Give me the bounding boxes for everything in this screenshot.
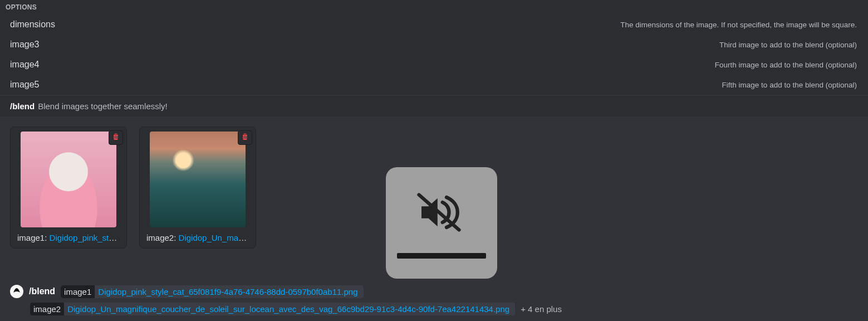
attachment-card-image1[interactable]: image1: Digidop_pink_style… (10, 127, 127, 249)
option-desc: Fourth image to add to the blend (option… (715, 61, 857, 69)
trash-icon (241, 132, 249, 143)
delete-attachment-button[interactable] (238, 130, 252, 145)
option-image3[interactable]: image3 Third image to add to the blend (… (0, 35, 868, 55)
attachment-thumbnail[interactable] (150, 132, 246, 227)
option-dimensions[interactable]: dimensions The dimensions of the image. … (0, 14, 868, 35)
option-desc: The dimensions of the image. If not spec… (620, 21, 857, 29)
attachment-label: image2: Digidop_Un_magni… (144, 233, 251, 242)
option-desc: Fifth image to add to the blend (optiona… (722, 81, 857, 89)
trash-icon (111, 132, 120, 143)
option-desc: Third image to add to the blend (optiona… (719, 41, 857, 49)
value-chip-image1: Digidop_pink_style_cat_65f081f9-4a76-474… (95, 285, 361, 298)
option-image4[interactable]: image4 Fourth image to add to the blend … (0, 55, 868, 75)
attachment-card-image2[interactable]: image2: Digidop_Un_magni… (139, 127, 256, 249)
command-header[interactable]: /blend Blend images together seamlessly! (0, 95, 868, 116)
input-command: /blend (29, 286, 55, 296)
delete-attachment-button[interactable] (109, 130, 123, 145)
param-chip-image2: image2 (30, 303, 64, 315)
options-header: OPTIONS (0, 0, 868, 14)
attachment-filename: Digidop_Un_magni… (179, 233, 251, 242)
volume-level-bar (397, 253, 486, 259)
speaker-muted-icon (411, 187, 472, 240)
message-input-bar[interactable]: /blend image1 Digidop_pink_style_cat_65f… (0, 285, 868, 315)
option-image5[interactable]: image5 Fifth image to add to the blend (… (0, 75, 868, 95)
value-chip-image2: Digidop_Un_magnifique_coucher_de_soleil_… (64, 303, 513, 315)
command-desc: Blend images together seamlessly! (38, 101, 168, 111)
bot-avatar (10, 285, 23, 298)
option-name: image5 (10, 80, 39, 90)
command-name: /blend (10, 101, 35, 111)
param-group-image1[interactable]: image1 Digidop_pink_style_cat_65f081f9-4… (61, 285, 363, 298)
midjourney-icon (12, 286, 21, 297)
param-group-image2[interactable]: image2 Digidop_Un_magnifique_coucher_de_… (30, 303, 515, 315)
option-name: image3 (10, 40, 39, 50)
param-chip-image1: image1 (61, 285, 95, 298)
attachment-slot: image1 (17, 233, 45, 242)
attachment-slot: image2 (146, 233, 174, 242)
option-name: dimensions (10, 20, 55, 30)
attachment-filename: Digidop_pink_style… (50, 233, 122, 242)
attachment-label: image1: Digidop_pink_style… (15, 233, 122, 242)
options-panel: OPTIONS dimensions The dimensions of the… (0, 0, 868, 95)
more-options-text: + 4 en plus (521, 304, 562, 314)
attachment-thumbnail[interactable] (21, 132, 116, 227)
volume-mute-overlay (386, 167, 497, 279)
option-name: image4 (10, 60, 39, 70)
